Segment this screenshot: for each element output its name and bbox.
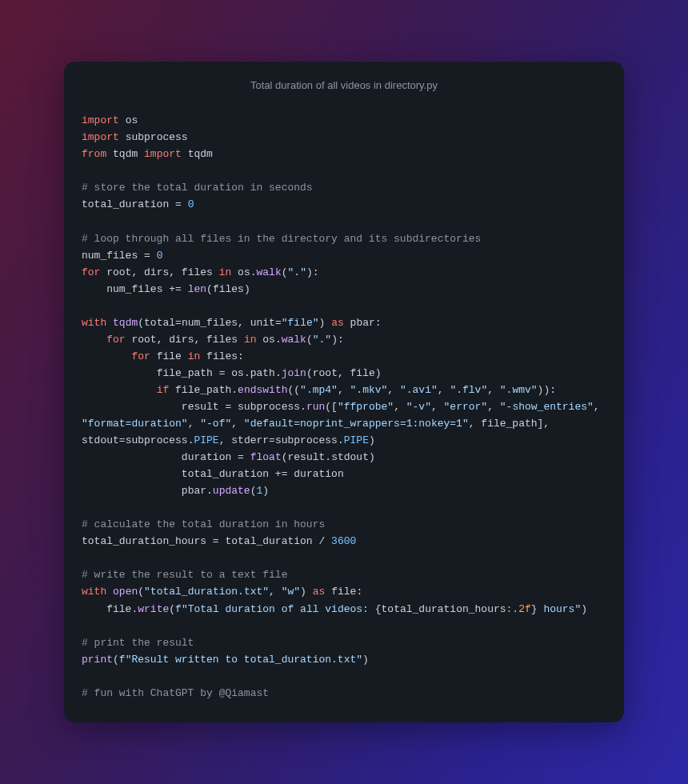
fn-write: write bbox=[138, 603, 169, 615]
fn-update: update bbox=[213, 485, 250, 497]
kw-in: in bbox=[188, 350, 201, 362]
comment: # write the result to a text file bbox=[82, 569, 287, 581]
identifier: total_duration_hours bbox=[382, 603, 506, 615]
string: "ffprobe" bbox=[338, 401, 394, 413]
operator-assign: = bbox=[144, 250, 150, 262]
fstring: hours" bbox=[538, 603, 582, 615]
identifier: file bbox=[106, 603, 131, 615]
fn-run: run bbox=[306, 401, 325, 413]
kwarg: stderr bbox=[231, 434, 269, 446]
kw-from: from bbox=[82, 148, 106, 160]
operator-assign: = bbox=[175, 198, 182, 210]
string: ".wmv" bbox=[500, 384, 538, 396]
string: ".mp4" bbox=[300, 384, 338, 396]
args: root, file bbox=[313, 367, 375, 379]
operator-assign: = bbox=[213, 535, 219, 547]
identifier: num_files bbox=[82, 250, 144, 262]
identifier: file bbox=[157, 350, 188, 362]
number: 0 bbox=[157, 250, 163, 262]
kw-for: for bbox=[131, 350, 150, 362]
identifiers: root, dirs, files bbox=[131, 334, 243, 346]
identifier: total_duration bbox=[225, 535, 318, 547]
comment: # loop through all files in the director… bbox=[82, 233, 481, 245]
submodule: path bbox=[250, 367, 275, 379]
kwarg: unit bbox=[250, 317, 275, 329]
string: "w" bbox=[282, 586, 300, 598]
string: "default=noprint_wrappers=1:nokey=1" bbox=[244, 418, 469, 430]
identifier: total_duration bbox=[82, 198, 175, 210]
identifier: file_path bbox=[157, 367, 219, 379]
module-tqdm: tqdm bbox=[113, 148, 138, 160]
string: ".mkv" bbox=[350, 384, 388, 396]
string: "total_duration.txt" bbox=[144, 586, 269, 598]
number: 3600 bbox=[331, 535, 356, 547]
comment: # print the result bbox=[82, 637, 194, 649]
kw-import: import bbox=[82, 131, 119, 143]
fn-endswith: endswith bbox=[238, 384, 287, 396]
identifier: result bbox=[182, 401, 226, 413]
kw-in: in bbox=[219, 266, 232, 278]
fn-len: len bbox=[188, 283, 206, 295]
identifier: pbar bbox=[350, 317, 375, 329]
fn-join: join bbox=[282, 367, 306, 379]
kw-as: as bbox=[331, 317, 344, 329]
kw-for: for bbox=[106, 334, 125, 346]
identifier: num_files bbox=[106, 283, 169, 295]
module: subprocess bbox=[238, 401, 300, 413]
string: "error" bbox=[444, 401, 488, 413]
module-subprocess: subprocess bbox=[126, 131, 188, 143]
card-title: Total duration of all videos in director… bbox=[82, 79, 606, 91]
code-block: import os import subprocess from tqdm im… bbox=[82, 112, 606, 702]
identifier: duration bbox=[294, 468, 343, 480]
comment: # fun with ChatGPT by @Qiamast bbox=[82, 687, 269, 699]
operator-incr: += bbox=[169, 283, 182, 295]
module: os bbox=[231, 367, 244, 379]
kw-for: for bbox=[82, 266, 100, 278]
module: os bbox=[238, 266, 250, 278]
kw-as: as bbox=[313, 586, 326, 598]
operator-assign: = bbox=[238, 451, 244, 463]
fn-tqdm: tqdm bbox=[113, 317, 138, 329]
kwarg: total bbox=[144, 317, 175, 329]
identifier: result bbox=[288, 451, 326, 463]
kw-with: with bbox=[82, 586, 106, 598]
operator-incr: += bbox=[275, 468, 288, 480]
identifier: files bbox=[206, 350, 238, 362]
kw-if: if bbox=[157, 384, 170, 396]
fstring: f"Result written to total_duration.txt" bbox=[119, 654, 362, 666]
identifier: pbar bbox=[182, 485, 206, 497]
module: os bbox=[262, 334, 275, 346]
fstring-brace: } bbox=[531, 603, 538, 615]
kw-import: import bbox=[144, 148, 182, 160]
constant-pipe: PIPE bbox=[194, 434, 218, 446]
value: num_files bbox=[182, 317, 238, 329]
string: "format=duration" bbox=[82, 418, 188, 430]
identifier: file_path bbox=[481, 418, 537, 430]
kw-import: import bbox=[82, 114, 119, 126]
kwarg: stdout bbox=[82, 434, 119, 446]
kw-with: with bbox=[82, 317, 106, 329]
fn-float: float bbox=[250, 451, 282, 463]
fn-print: print bbox=[82, 654, 113, 666]
string: "." bbox=[288, 266, 306, 278]
fstring-spec: :.2f bbox=[506, 603, 531, 615]
fn-open: open bbox=[113, 586, 138, 598]
name-tqdm: tqdm bbox=[188, 148, 213, 160]
attr: stdout bbox=[331, 451, 369, 463]
identifier: total_duration_hours bbox=[82, 535, 213, 547]
module: subprocess bbox=[126, 434, 188, 446]
module-os: os bbox=[126, 114, 138, 126]
code-card: Total duration of all videos in director… bbox=[64, 62, 624, 722]
identifier: file bbox=[331, 586, 356, 598]
fn-walk: walk bbox=[282, 334, 306, 346]
string: "." bbox=[313, 334, 331, 346]
kw-in: in bbox=[244, 334, 257, 346]
identifier: duration bbox=[182, 451, 238, 463]
string: "-show_entries" bbox=[500, 401, 594, 413]
number: 0 bbox=[188, 198, 194, 210]
constant-pipe: PIPE bbox=[344, 434, 369, 446]
identifiers: root, dirs, files bbox=[106, 266, 218, 278]
fstring-brace: { bbox=[375, 603, 382, 615]
identifier: total_duration bbox=[182, 468, 275, 480]
string: "-of" bbox=[200, 418, 231, 430]
